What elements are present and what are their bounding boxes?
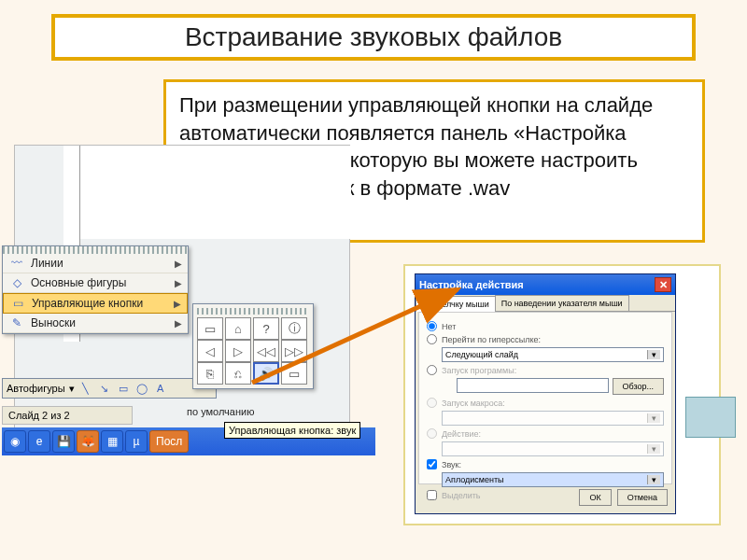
autoshapes-toolbar: Автофигуры ▾ ╲ ↘ ▭ ◯ A: [2, 378, 217, 399]
action-btn-back[interactable]: ◁: [197, 340, 223, 362]
chevron-right-icon: ▶: [175, 318, 182, 329]
program-path-field[interactable]: [457, 378, 609, 393]
menu-item-label: Управляющие кнопки: [32, 297, 143, 310]
menu-item-basic-shapes[interactable]: ◇ Основные фигуры ▶: [3, 273, 188, 293]
default-layout-label: по умолчанию: [187, 406, 254, 417]
radio-label: Запуск программы:: [442, 366, 516, 375]
action-combo: ▾: [442, 441, 664, 456]
radio-label: Перейти по гиперссылке:: [442, 335, 541, 344]
action-btn-return[interactable]: ⎌: [225, 362, 251, 385]
dialog-title-text: Настройка действия: [419, 279, 524, 290]
action-settings-dialog: Настройка действия ✕ По щелчку мыши По н…: [415, 273, 676, 514]
autoshapes-button[interactable]: Автофигуры: [7, 383, 65, 394]
line-tool-icon[interactable]: ╲: [78, 383, 93, 395]
taskbar-app-icon[interactable]: ▦: [101, 430, 123, 453]
checkbox-sound[interactable]: Звук:: [427, 459, 664, 469]
menu-item-label: Выноски: [31, 316, 76, 329]
menu-item-label: Основные фигуры: [31, 276, 126, 289]
highlight-checkbox[interactable]: [427, 490, 437, 500]
slide-canvas: [80, 146, 351, 239]
menu-drag-handle[interactable]: [3, 246, 188, 254]
callout-icon: ✎: [8, 315, 25, 330]
right-screenshot-frame: Настройка действия ✕ По щелчку мыши По н…: [403, 264, 721, 525]
radio-action-input: [427, 428, 437, 439]
radio-hyperlink-input[interactable]: [427, 334, 437, 344]
radio-run-macro: Запуск макроса:: [427, 398, 664, 408]
menu-item-lines[interactable]: 〰 Линии ▶: [3, 254, 188, 273]
rect-tool-icon[interactable]: ▭: [116, 383, 131, 395]
dropdown-icon[interactable]: ▾: [647, 350, 660, 359]
checkbox-label: Звук:: [442, 460, 461, 469]
tab-on-click[interactable]: По щелчку мыши: [416, 296, 496, 312]
taskbar-save-icon[interactable]: 💾: [52, 430, 75, 453]
chevron-right-icon: ▶: [174, 299, 181, 309]
close-button[interactable]: ✕: [655, 277, 671, 292]
action-btn-help[interactable]: ?: [253, 317, 279, 340]
taskbar-running-label: Посл: [156, 435, 182, 448]
action-btn-forward[interactable]: ▷: [225, 340, 251, 362]
menu-item-callouts[interactable]: ✎ Выноски ▶: [3, 314, 188, 333]
dialog-tabs: По щелчку мыши По наведении указателя мы…: [416, 295, 675, 312]
slide-counter: Слайд 2 из 2: [2, 406, 133, 425]
action-button-icon: ▭: [9, 296, 26, 311]
action-btn-info[interactable]: ⓘ: [281, 317, 307, 340]
browse-button[interactable]: Обзор...: [613, 378, 665, 395]
shapes-icon: ◇: [8, 275, 25, 290]
cancel-button[interactable]: Отмена: [617, 489, 668, 506]
action-btn-beginning[interactable]: ◁◁: [253, 340, 279, 362]
radio-program-input[interactable]: [427, 365, 437, 375]
slide-title-box: Встраивание звуковых файлов: [51, 14, 696, 61]
tab-on-hover[interactable]: По наведении указателя мыши: [495, 295, 629, 311]
radio-none[interactable]: Нет: [427, 321, 664, 331]
autoshapes-submenu: 〰 Линии ▶ ◇ Основные фигуры ▶ ▭ Управляю…: [2, 245, 189, 334]
chevron-right-icon: ▶: [175, 259, 182, 269]
chevron-right-icon: ▶: [175, 278, 182, 288]
action-btn-home[interactable]: ⌂: [225, 317, 251, 340]
ok-button[interactable]: ОК: [579, 489, 611, 506]
start-button[interactable]: ◉: [4, 430, 26, 453]
tooltip-sound-button: Управляющая кнопка: звук: [224, 422, 360, 439]
macro-combo: ▾: [442, 411, 664, 426]
menu-item-action-buttons[interactable]: ▭ Управляющие кнопки ▶: [3, 293, 188, 314]
combo-value: Аплодисменты: [445, 475, 504, 484]
taskbar-firefox-icon[interactable]: 🦊: [77, 430, 99, 453]
radio-none-input[interactable]: [427, 321, 437, 331]
checkbox-label: Выделить: [442, 491, 481, 500]
radio-label: Запуск макроса:: [442, 399, 505, 408]
slide-title: Встраивание звуковых файлов: [185, 22, 562, 52]
taskbar-ie-icon[interactable]: e: [28, 430, 50, 453]
inserted-action-button-shape[interactable]: [685, 397, 736, 438]
taskbar-running-app[interactable]: Посл: [149, 430, 189, 453]
action-btn-movie[interactable]: ▭: [281, 362, 307, 385]
dialog-body: Нет Перейти по гиперссылке: Следующий сл…: [418, 312, 672, 484]
text-tool-icon[interactable]: A: [153, 383, 168, 394]
action-btn-custom[interactable]: ▭: [197, 317, 223, 340]
oval-tool-icon[interactable]: ◯: [134, 383, 149, 395]
dropdown-icon[interactable]: ▾: [69, 383, 75, 395]
radio-label: Нет: [442, 322, 456, 331]
arrow-tool-icon[interactable]: ↘: [97, 383, 112, 395]
action-btn-sound[interactable]: 🔊: [253, 362, 279, 385]
action-btn-end[interactable]: ▷▷: [281, 340, 307, 362]
combo-value: Следующий слайд: [445, 350, 518, 359]
sound-checkbox[interactable]: [427, 459, 437, 469]
lines-icon: 〰: [8, 256, 25, 271]
taskbar-utorrent-icon[interactable]: µ: [125, 430, 148, 453]
radio-label: Действие:: [442, 429, 481, 439]
palette-drag-handle[interactable]: [197, 308, 309, 315]
dialog-titlebar[interactable]: Настройка действия ✕: [416, 274, 675, 295]
radio-action: Действие:: [427, 428, 664, 439]
action-buttons-palette: ▭ ⌂ ? ⓘ ◁ ▷ ◁◁ ▷▷ ⎘ ⎌ 🔊 ▭: [192, 303, 314, 389]
menu-item-label: Линии: [31, 257, 63, 270]
action-btn-document[interactable]: ⎘: [197, 362, 223, 385]
radio-macro-input: [427, 398, 437, 408]
radio-hyperlink[interactable]: Перейти по гиперссылке:: [427, 334, 664, 344]
dropdown-icon[interactable]: ▾: [647, 475, 660, 484]
hyperlink-combo[interactable]: Следующий слайд ▾: [442, 347, 664, 362]
radio-run-program[interactable]: Запуск программы:: [427, 365, 664, 375]
